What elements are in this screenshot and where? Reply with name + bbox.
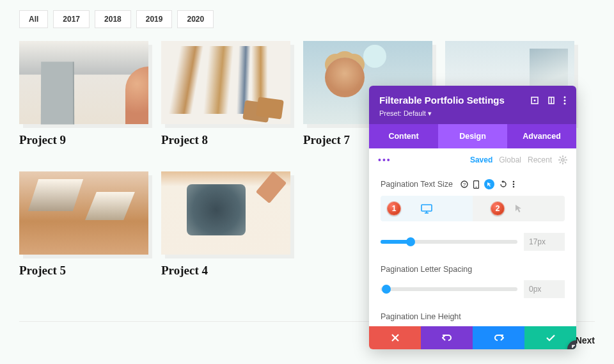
callout-1: 1 xyxy=(387,202,401,216)
presets-global[interactable]: Global xyxy=(499,155,521,164)
svg-point-22 xyxy=(513,186,515,188)
responsive-hover[interactable] xyxy=(473,196,565,221)
callout-2: 2 xyxy=(491,202,505,216)
portfolio-thumbnail xyxy=(161,41,290,124)
svg-point-20 xyxy=(513,181,515,183)
panel-tabs: Content Design Advanced xyxy=(369,124,576,148)
check-icon xyxy=(546,335,555,342)
svg-line-14 xyxy=(565,157,566,158)
responsive-toggle: 1 2 xyxy=(381,196,565,221)
letter-spacing-value[interactable]: 0px xyxy=(524,280,565,298)
close-icon xyxy=(391,334,399,342)
filter-bar: All 2017 2018 2019 2020 xyxy=(0,0,614,35)
page-next[interactable]: Next xyxy=(576,335,595,345)
phone-icon[interactable] xyxy=(473,180,479,189)
line-height-label: Pagination Line Height xyxy=(381,312,565,321)
svg-line-15 xyxy=(560,162,561,163)
text-size-label: Pagination Text Size xyxy=(381,180,453,189)
svg-rect-23 xyxy=(421,205,432,211)
portfolio-card[interactable]: Project 9 xyxy=(19,41,148,147)
expand-arrows-icon xyxy=(572,345,576,349)
project-title: Project 4 xyxy=(161,264,290,278)
project-title: Project 8 xyxy=(161,133,290,147)
svg-line-13 xyxy=(565,162,566,163)
undo-button[interactable] xyxy=(421,326,473,349)
hover-state-icon[interactable] xyxy=(484,179,494,189)
portfolio-thumbnail xyxy=(19,171,148,255)
svg-point-21 xyxy=(513,184,515,186)
text-size-section: Pagination Text Size ? 1 2 xyxy=(369,171,576,321)
wiki-icon[interactable] xyxy=(547,96,556,105)
gear-icon[interactable] xyxy=(558,155,567,164)
filter-2019[interactable]: 2019 xyxy=(136,10,173,28)
redo-icon xyxy=(494,334,504,342)
presets-saved[interactable]: Saved xyxy=(470,155,492,164)
presets-recent[interactable]: Recent xyxy=(528,155,552,164)
settings-panel: Filterable Portfolio Settings Preset: De… xyxy=(369,86,576,349)
letter-spacing-label: Pagination Letter Spacing xyxy=(381,265,565,274)
filter-2020[interactable]: 2020 xyxy=(177,10,214,28)
redo-button[interactable] xyxy=(473,326,524,349)
svg-point-1 xyxy=(534,99,536,101)
help-icon[interactable]: ? xyxy=(460,180,468,188)
text-size-slider[interactable] xyxy=(381,240,517,244)
presets-row: ••• Saved Global Recent xyxy=(369,148,576,171)
tab-advanced[interactable]: Advanced xyxy=(507,124,576,148)
svg-line-12 xyxy=(560,157,561,158)
portfolio-card[interactable]: Project 8 xyxy=(161,41,290,147)
cursor-icon xyxy=(515,204,523,213)
desktop-icon xyxy=(421,204,432,214)
svg-point-5 xyxy=(564,99,566,101)
portfolio-card[interactable]: Project 4 xyxy=(161,171,290,278)
kebab-icon[interactable] xyxy=(512,180,515,188)
svg-point-4 xyxy=(564,96,566,98)
svg-point-19 xyxy=(476,186,477,187)
undo-icon xyxy=(442,334,452,342)
filter-all[interactable]: All xyxy=(19,10,48,28)
project-title: Project 9 xyxy=(19,133,148,147)
tab-content[interactable]: Content xyxy=(369,124,438,148)
expand-icon[interactable] xyxy=(530,96,539,105)
portfolio-thumbnail xyxy=(19,41,148,124)
kebab-icon[interactable] xyxy=(563,96,566,105)
tab-design[interactable]: Design xyxy=(438,124,507,148)
presets-menu-icon[interactable]: ••• xyxy=(378,155,391,165)
portfolio-card[interactable]: Project 5 xyxy=(19,171,148,278)
panel-title: Filterable Portfolio Settings xyxy=(379,95,505,106)
svg-point-6 xyxy=(564,102,566,104)
svg-point-7 xyxy=(562,159,564,161)
cancel-button[interactable] xyxy=(369,326,421,349)
svg-text:?: ? xyxy=(463,182,466,187)
portfolio-thumbnail xyxy=(161,171,290,255)
filter-2017[interactable]: 2017 xyxy=(53,10,90,28)
action-bar xyxy=(369,326,576,349)
letter-spacing-slider[interactable] xyxy=(381,287,517,291)
filter-2018[interactable]: 2018 xyxy=(95,10,131,28)
text-size-value[interactable]: 17px xyxy=(524,233,565,251)
preset-label[interactable]: Preset: Default ▾ xyxy=(379,109,566,118)
panel-header[interactable]: Filterable Portfolio Settings Preset: De… xyxy=(369,86,576,124)
project-title: Project 5 xyxy=(19,264,148,278)
reset-icon[interactable] xyxy=(500,180,507,188)
